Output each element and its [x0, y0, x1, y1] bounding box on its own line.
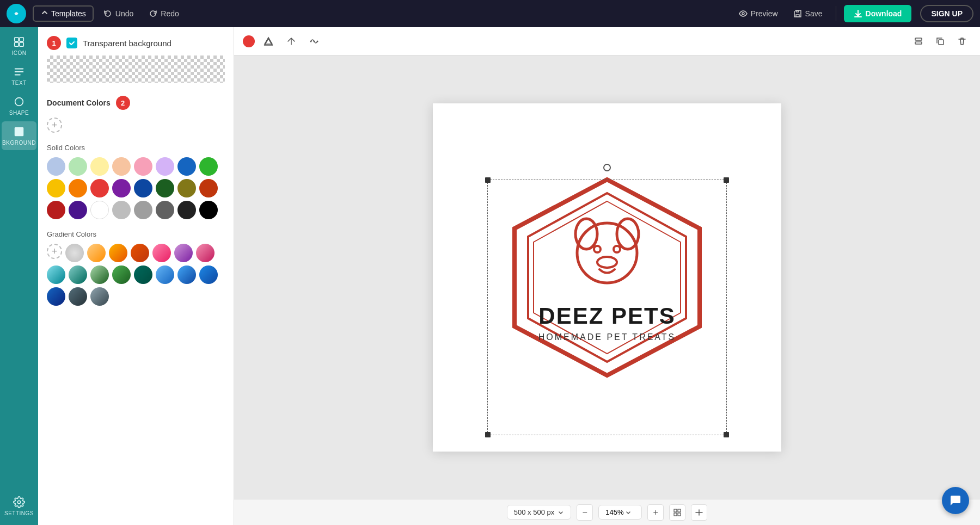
- canvas-size-value: 500 x 500 px: [514, 508, 554, 516]
- document-colors-section: Document Colors 2 +: [47, 96, 225, 133]
- svg-marker-19: [514, 180, 700, 375]
- sidebar-item-bkground[interactable]: BKGROUND: [2, 121, 36, 150]
- canvas-card[interactable]: DEEZ PETS HOMEMADE PET TREATS: [433, 103, 781, 452]
- svg-text:DEEZ PETS: DEEZ PETS: [538, 303, 675, 329]
- handle-bottom-right[interactable]: [724, 432, 729, 437]
- color-swatch[interactable]: [156, 201, 174, 219]
- add-document-color-button[interactable]: +: [47, 118, 62, 133]
- color-swatch[interactable]: [177, 201, 196, 219]
- handle-top-right[interactable]: [724, 177, 729, 183]
- current-color-dot[interactable]: [243, 35, 255, 47]
- checker-pattern: [47, 55, 225, 83]
- color-swatch[interactable]: [199, 201, 218, 219]
- transparent-bg-label[interactable]: Transparent background: [83, 39, 171, 48]
- save-label: Save: [805, 9, 823, 18]
- gradient-swatch[interactable]: [177, 265, 196, 284]
- zoom-out-button[interactable]: −: [577, 504, 593, 521]
- color-swatch[interactable]: [47, 179, 65, 197]
- svg-point-25: [594, 246, 601, 252]
- delete-button[interactable]: [953, 32, 971, 51]
- gradient-swatch[interactable]: [134, 265, 152, 284]
- gradient-color-grid: +: [47, 244, 225, 306]
- signup-button[interactable]: SIGN UP: [920, 5, 973, 22]
- rail-settings-label: SETTINGS: [4, 510, 34, 516]
- effects-button[interactable]: [305, 32, 323, 51]
- svg-point-10: [17, 501, 21, 504]
- color-swatch[interactable]: [69, 201, 87, 219]
- handle-bottom-left[interactable]: [485, 432, 491, 437]
- gradient-swatch[interactable]: [196, 244, 215, 262]
- color-swatch[interactable]: [47, 157, 65, 176]
- canvas-area: DEEZ PETS HOMEMADE PET TREATS 500: [234, 27, 980, 525]
- layers-button[interactable]: [909, 32, 928, 51]
- color-swatch[interactable]: [156, 179, 174, 197]
- redo-button[interactable]: Redo: [143, 6, 184, 21]
- chat-bubble[interactable]: [942, 487, 969, 514]
- color-swatch[interactable]: [134, 157, 152, 176]
- gradient-swatch[interactable]: [87, 244, 106, 262]
- gradient-swatch[interactable]: [199, 265, 218, 284]
- step1-badge: 1: [47, 36, 61, 50]
- color-swatch[interactable]: [199, 157, 218, 176]
- icon-rail: ICON TEXT SHAPE BKGROUND SETTI: [0, 27, 38, 525]
- color-swatch[interactable]: [112, 157, 131, 176]
- app-logo[interactable]: [7, 4, 26, 23]
- arrange-button[interactable]: [259, 32, 278, 51]
- flip-button[interactable]: [282, 32, 301, 51]
- gradient-swatch[interactable]: [156, 265, 174, 284]
- gradient-swatch[interactable]: [152, 244, 171, 262]
- svg-rect-32: [674, 513, 677, 516]
- sidebar-item-text[interactable]: TEXT: [2, 61, 36, 90]
- canvas-size-button[interactable]: 500 x 500 px: [507, 505, 571, 520]
- undo-button[interactable]: Undo: [98, 6, 139, 21]
- sidebar-item-settings[interactable]: SETTINGS: [2, 492, 36, 521]
- align-button[interactable]: [691, 504, 707, 521]
- save-button[interactable]: Save: [788, 6, 828, 21]
- handle-top-left[interactable]: [485, 177, 491, 183]
- grid-button[interactable]: [669, 504, 685, 521]
- svg-point-13: [310, 40, 312, 42]
- undo-label: Undo: [115, 9, 133, 18]
- templates-button[interactable]: Templates: [33, 5, 94, 22]
- color-swatch[interactable]: [90, 201, 109, 219]
- color-swatch[interactable]: [134, 179, 152, 197]
- color-swatch[interactable]: [156, 157, 174, 176]
- color-swatch[interactable]: [177, 157, 196, 176]
- color-swatch[interactable]: [90, 157, 109, 176]
- sidebar-item-icon[interactable]: ICON: [2, 32, 36, 60]
- gradient-swatch[interactable]: [47, 265, 65, 284]
- svg-rect-31: [678, 509, 681, 512]
- svg-rect-16: [915, 38, 922, 40]
- color-swatch[interactable]: [177, 179, 196, 197]
- gradient-swatch[interactable]: [112, 265, 131, 284]
- gradient-swatch[interactable]: [109, 244, 127, 262]
- gradient-swatch[interactable]: [69, 265, 87, 284]
- sidebar-item-shape[interactable]: SHAPE: [2, 91, 36, 120]
- gradient-swatch[interactable]: [131, 244, 149, 262]
- gradient-swatch[interactable]: [69, 287, 87, 306]
- redo-label: Redo: [161, 9, 179, 18]
- color-swatch[interactable]: [112, 201, 131, 219]
- add-gradient-color-button[interactable]: +: [47, 244, 62, 259]
- gradient-swatch[interactable]: [90, 265, 109, 284]
- gradient-swatch[interactable]: [65, 244, 84, 262]
- gradient-swatch[interactable]: [90, 287, 109, 306]
- transparent-bg-checkbox[interactable]: [66, 38, 77, 48]
- color-swatch[interactable]: [134, 201, 152, 219]
- download-button[interactable]: Download: [844, 5, 912, 22]
- canvas-workspace[interactable]: DEEZ PETS HOMEMADE PET TREATS: [234, 55, 980, 499]
- preview-button[interactable]: Preview: [733, 6, 783, 21]
- zoom-display[interactable]: 145%: [598, 505, 642, 520]
- color-swatch[interactable]: [47, 201, 65, 219]
- color-swatch[interactable]: [69, 157, 87, 176]
- gradient-swatch[interactable]: [174, 244, 193, 262]
- color-swatch[interactable]: [90, 179, 109, 197]
- solid-color-grid: [47, 157, 225, 219]
- gradient-swatch[interactable]: [47, 287, 65, 306]
- zoom-in-button[interactable]: +: [647, 504, 664, 521]
- color-swatch[interactable]: [69, 179, 87, 197]
- color-swatch[interactable]: [112, 179, 131, 197]
- color-swatch[interactable]: [199, 179, 218, 197]
- duplicate-button[interactable]: [931, 32, 950, 51]
- templates-label: Templates: [51, 9, 86, 18]
